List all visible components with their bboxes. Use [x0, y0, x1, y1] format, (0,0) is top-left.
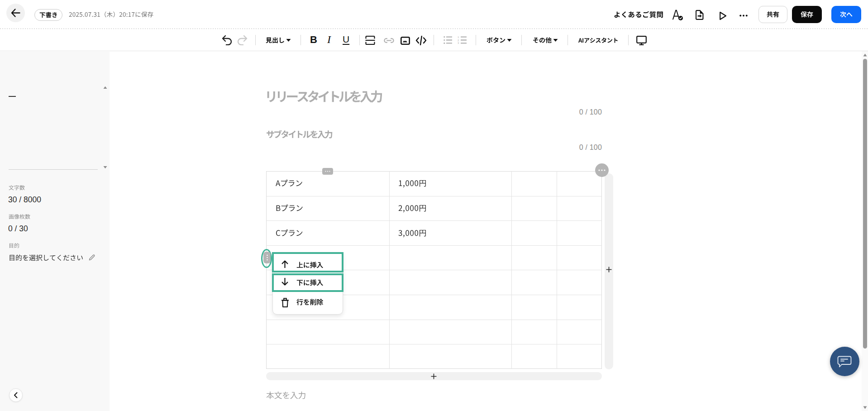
svg-text:1: 1: [458, 36, 459, 38]
svg-text:2: 2: [458, 39, 459, 42]
svg-text:3: 3: [458, 42, 459, 44]
